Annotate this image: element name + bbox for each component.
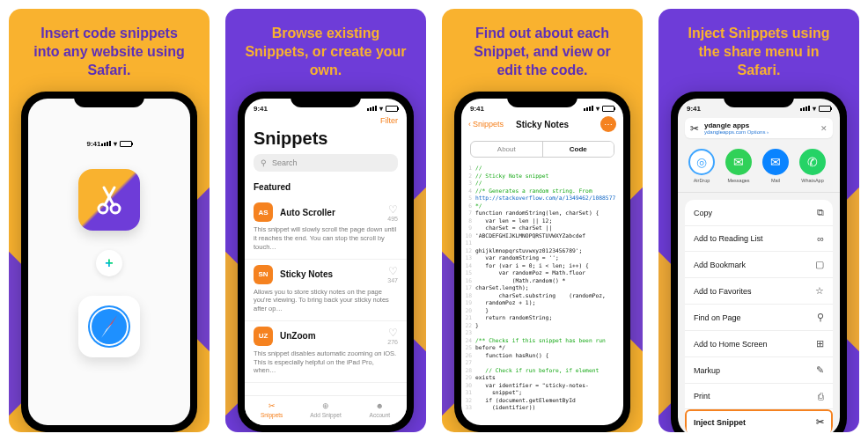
code-line: 24/** Checks if this snippet has been ru… [461,337,620,345]
heart-icon[interactable]: ♡ [387,265,398,277]
status-time: 9:41 [254,105,268,113]
ellipsis-icon: ⋯ [604,120,613,129]
tab-add-snippet[interactable]: ⊕ Add Snippet [298,396,352,425]
code-line: 18 charSet.substring (randomPoz, [461,292,620,300]
menu-label: Add to Reading List [694,234,763,243]
code-line: 7function randomString(len, charSet) { [461,209,620,217]
like-count: 276 [387,339,398,345]
share-actions-list: Copy⧉Add to Reading List∞Add Bookmark▢Ad… [685,200,833,432]
scissors-icon: ✂ [245,401,298,410]
code-line: 17charSet.length); [461,284,620,292]
seg-code[interactable]: Code [543,142,614,157]
heart-icon[interactable]: ♡ [387,327,398,339]
menu-label: Inject Snippet [694,418,746,427]
share-app-mail[interactable]: ✉Mail [761,149,791,183]
close-icon[interactable]: ✕ [820,124,828,133]
search-input[interactable]: ⚲ Search [254,154,398,172]
nav-title: Sticky Notes [516,120,569,129]
code-editor[interactable]: 1//2// Sticky Note snippet3//4//* Genera… [461,163,623,412]
menu-add-to-reading-list[interactable]: Add to Reading List∞ [685,226,833,252]
marketing-panel-3: Find out about each Snippet, and view or… [442,9,643,432]
code-line: 8 var len = len || 12; [461,217,620,225]
page-title: Snippets [245,129,407,154]
snippet-title: Auto Scroller [280,208,380,217]
menu-markup[interactable]: Markup✎ [685,357,833,384]
segmented-control[interactable]: About Code [470,141,614,158]
code-line: 31 snippet"; [461,389,620,397]
code-line: 11 [461,239,620,247]
code-line: 3// [461,180,620,187]
menu-icon: ✎ [816,364,824,376]
menu-label: Add Bookmark [694,261,746,269]
menu-print[interactable]: Print⎙ [685,384,833,409]
tab-snippets[interactable]: ✂ Snippets [245,396,298,425]
snippet-desc: This snippet disables automatic zooming … [254,349,398,375]
back-button[interactable]: ‹ Snippets [468,120,504,129]
seg-about[interactable]: About [471,142,543,157]
snippet-title: UnZoom [280,331,380,341]
phone-frame-1: 9:41 ▾ + [21,92,197,432]
status-time: 9:41 [470,105,484,113]
menu-inject-snippet[interactable]: Inject Snippet✂ [685,409,833,432]
code-line: 5http://stackoverflow.com/a/1349462/1088… [461,195,620,202]
phone-frame-3: 9:41 ▾ ‹ Snippets Sticky Notes ⋯ About C… [454,92,630,432]
menu-copy[interactable]: Copy⧉ [685,200,833,226]
share-title: ydangle apps [704,121,769,129]
code-line: 21 return randomString; [461,314,620,322]
code-line: 27 [461,359,620,367]
status-icons: ▾ [800,105,831,113]
phone-frame-2: 9:41 ▾ Filter Snippets ⚲ Search Featured… [238,92,414,432]
menu-label: Markup [694,366,720,375]
headline-1: Insert code snippets into any website us… [9,9,210,92]
snippet-item[interactable]: AS Auto Scroller ♡ 495 This snippet will… [245,197,407,259]
share-sheet-header: ✂ ydangle apps ydangleapps.com Options ›… [685,118,833,138]
scissors-icon: ✂ [690,122,699,135]
code-line: 13 var randomString = ''; [461,254,620,262]
menu-icon: ✂ [816,416,824,428]
marketing-panel-4: Inject Snippets using the share menu in … [658,9,859,432]
phone-frame-4: 9:41 ▾ ✂ ydangle apps ydangleapps.com Op… [671,92,847,432]
menu-label: Add to Home Screen [694,340,768,349]
code-line: 12ghijklmnopqrstuvwxyz0123456789'; [461,247,620,255]
screen-2: 9:41 ▾ Filter Snippets ⚲ Search Featured… [245,99,407,425]
snippet-badge: UZ [254,327,273,346]
share-subtitle: ydangleapps.com Options [704,129,765,135]
code-line: 10'ABCDEFGHIJKLMNOPQRSTUVWXYZabcdef [461,232,620,240]
code-line: 15 var randomPoz = Math.floor [461,269,620,277]
filter-button[interactable]: Filter [380,116,398,125]
code-line: 33 (identifier)) [461,404,620,412]
status-icons: ▾ [367,105,398,113]
code-line: 4//* Generates a random string. From [461,187,620,195]
share-app-messages[interactable]: ✉Messages [724,149,754,183]
menu-icon: ⎙ [818,391,824,401]
menu-add-bookmark[interactable]: Add Bookmark▢ [685,252,833,278]
section-featured: Featured [245,179,407,197]
share-app-airdrop[interactable]: ◎AirDrop [687,149,717,183]
snippet-item[interactable]: UZ UnZoom ♡ 276 This snippet disables au… [245,321,407,383]
svg-point-1 [111,204,120,213]
marketing-panel-1: Insert code snippets into any website us… [9,9,210,432]
menu-add-to-home-screen[interactable]: Add to Home Screen⊞ [685,331,833,357]
wifi-icon: ▾ [114,140,117,148]
share-app-whatsapp[interactable]: ✆WhatsApp [798,149,828,183]
menu-label: Copy [694,209,712,217]
code-line: 19 randomPoz + 1); [461,299,620,307]
share-button[interactable]: ⋯ [600,116,616,132]
heart-icon[interactable]: ♡ [387,203,398,216]
code-line: 28 // Check if run before, if element [461,367,620,375]
headline-3: Find out about each Snippet, and view or… [442,9,643,92]
status-time: 9:41 [86,140,100,148]
code-line: 30 var identifier = "sticky-notes- [461,382,620,390]
search-icon: ⚲ [261,158,267,167]
menu-add-to-favorites[interactable]: Add to Favorites☆ [685,278,833,305]
headline-4: Inject Snippets using the share menu in … [658,9,859,92]
status-icons: ▾ [584,105,614,113]
menu-label: Add to Favorites [694,287,752,296]
snippet-item[interactable]: SN Sticky Notes ♡ 347 Allows you to stor… [245,260,407,321]
snippets-app-icon [78,169,140,231]
menu-find-on-page[interactable]: Find on Page⚲ [685,305,833,331]
code-line: 14 for (var i = 0; i < len; i++) { [461,262,620,270]
screen-4: 9:41 ▾ ✂ ydangle apps ydangleapps.com Op… [678,99,840,432]
plus-icon: + [96,250,122,276]
tab-account[interactable]: ☻ Account [353,396,407,425]
